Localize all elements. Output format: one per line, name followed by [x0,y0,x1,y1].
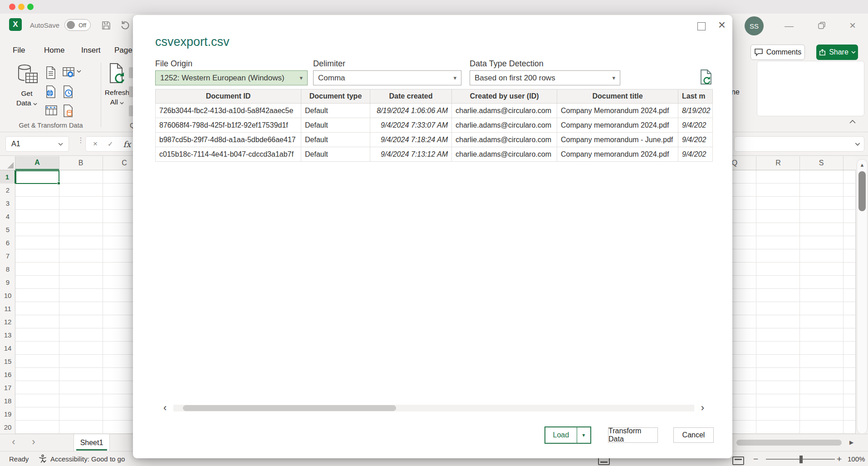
share-label: Share [829,48,848,56]
collapse-ribbon-icon[interactable] [849,120,856,124]
zoom-out-icon[interactable]: − [753,454,758,464]
cell: Default [301,133,370,147]
row-header[interactable]: 9 [0,276,15,289]
fill-handle[interactable] [57,182,60,185]
name-box[interactable]: A1 [5,136,69,152]
row-header[interactable]: 15 [0,355,15,368]
formula-bar-handle[interactable]: ⋮ [77,138,84,142]
get-data-button[interactable]: Get Data [11,63,43,108]
comments-button[interactable]: Comments [750,45,805,60]
ribbon-group-divider [101,63,101,127]
dialog-maximize-button[interactable] [695,20,708,33]
autosave-toggle[interactable]: Off [64,19,91,31]
row-header[interactable]: 6 [0,236,15,249]
confirm-entry-icon[interactable]: ✓ [108,140,113,148]
mac-minimize-button[interactable] [18,4,25,10]
undo-icon[interactable] [120,19,131,30]
row-header[interactable]: 16 [0,368,15,381]
row-header[interactable]: 5 [0,223,15,236]
row-header[interactable]: 2 [0,183,15,197]
comments-label: Comments [766,48,801,56]
chevron-down-icon[interactable] [77,70,81,73]
column-header-a[interactable]: A [15,156,59,170]
tab-insert[interactable]: Insert [81,46,101,55]
zoom-percentage[interactable]: 100% [848,455,865,463]
refresh-preview-icon[interactable] [699,69,713,84]
active-cell-a1[interactable] [15,170,59,184]
load-button[interactable]: Load ▾ [544,426,591,444]
expand-formula-bar-icon[interactable] [855,143,860,146]
mac-zoom-button[interactable] [27,4,34,10]
from-database-file-icon[interactable] [63,104,74,117]
row-header[interactable]: 3 [0,197,15,210]
row-headers: 1234567891011121314151617181920 [0,170,15,434]
select-all-corner[interactable] [0,156,15,170]
row-header[interactable]: 8 [0,263,15,276]
formula-bar-right-segment [734,136,864,152]
formula-bar[interactable]: × ✓ fx [85,136,140,152]
column-header-r[interactable]: R [756,156,800,170]
row-header[interactable]: 11 [0,302,15,315]
save-icon[interactable] [101,20,112,31]
window-restore-button[interactable] [815,22,829,29]
account-avatar[interactable]: SS [745,16,764,35]
cell: Default [301,104,370,118]
cell: 726b3044-fbc2-413d-a10d-5a8f42aaec5e [156,104,301,118]
vertical-scrollbar[interactable]: ▲ [857,159,868,434]
scroll-left-icon[interactable]: ‹ [163,402,167,414]
status-ready: Ready [9,455,29,463]
existing-connections-icon[interactable] [45,104,57,115]
window-close-button[interactable]: × [846,19,859,32]
data-type-detection-select[interactable]: Based on first 200 rows ▾ [470,70,620,85]
file-origin-select[interactable]: 1252: Western European (Windows) ▾ [155,70,308,85]
refresh-all-label-1: Refresh [103,88,132,98]
scroll-right-icon[interactable]: ▶ [849,439,853,446]
transform-data-button[interactable]: Transform Data [608,427,658,443]
row-header[interactable]: 12 [0,315,15,328]
column-header-s[interactable]: S [799,156,843,170]
row-header[interactable]: 18 [0,394,15,407]
vertical-scroll-thumb[interactable] [858,171,866,211]
dialog-horizontal-scrollbar[interactable]: ‹ › [155,403,712,413]
from-picture-table-icon[interactable] [63,67,74,78]
share-button[interactable]: Share [816,45,858,60]
prev-sheet-icon[interactable]: ‹ [8,436,19,448]
row-header[interactable]: 14 [0,342,15,355]
zoom-slider-thumb[interactable] [799,456,803,463]
tab-home[interactable]: Home [44,46,64,55]
window-minimize-button[interactable]: — [782,21,796,31]
from-web-icon[interactable] [45,85,56,98]
cancel-button[interactable]: Cancel [673,427,714,443]
table-row: 726b3044-fbc2-413d-a10d-5a8f42aaec5e Def… [156,104,713,118]
zoom-in-icon[interactable]: + [837,454,842,464]
row-header[interactable]: 13 [0,328,15,342]
row-header[interactable]: 17 [0,381,15,394]
load-dropdown-icon[interactable]: ▾ [577,427,590,443]
recent-sources-icon[interactable] [63,85,74,98]
row-header[interactable]: 19 [0,407,15,421]
from-text-file-icon[interactable] [45,66,56,79]
sheet-tab-sheet1[interactable]: Sheet1 [74,434,110,451]
delimiter-select[interactable]: Comma ▾ [313,70,461,85]
scroll-right-icon[interactable]: › [701,402,704,414]
dialog-close-button[interactable]: × [714,17,730,33]
cancel-entry-icon[interactable]: × [93,139,98,149]
next-sheet-icon[interactable]: › [28,436,39,448]
row-header[interactable]: 20 [0,421,15,434]
refresh-all-button[interactable]: Refresh All [103,63,132,107]
col-date-created: Date created [370,89,452,104]
row-header[interactable]: 4 [0,210,15,223]
row-header[interactable]: 10 [0,289,15,302]
row-header[interactable]: 1 [0,170,15,183]
accessibility-status[interactable]: Accessibility: Good to go [38,454,125,463]
column-header-b[interactable]: B [59,156,103,170]
scroll-thumb[interactable] [183,405,396,411]
page-layout-view-icon[interactable] [732,456,744,465]
mac-close-button[interactable] [9,4,15,10]
scroll-up-icon[interactable]: ▲ [857,162,867,168]
tab-file[interactable]: File [13,46,25,55]
insert-function-icon[interactable]: fx [123,139,131,149]
row-header[interactable]: 7 [0,249,15,263]
horizontal-scroll-thumb[interactable] [736,440,842,446]
load-button-label[interactable]: Load [545,427,577,443]
